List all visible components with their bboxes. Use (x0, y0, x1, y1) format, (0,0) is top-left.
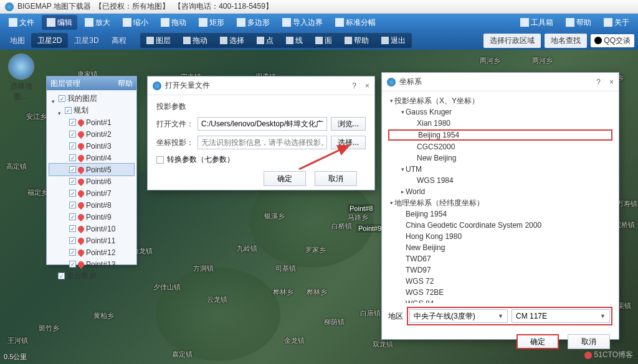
toolbar-帮助[interactable]: 帮助 (561, 15, 596, 30)
close-icon[interactable]: × (609, 78, 614, 86)
maptype-tab-2[interactable]: 卫星3D (68, 33, 105, 48)
coord-node[interactable]: CGCS2000 (388, 141, 612, 152)
map-point-label[interactable]: Point#8 (348, 204, 374, 213)
coord-node[interactable]: New Beijing (388, 152, 612, 164)
tool-icon (199, 18, 207, 27)
auth-text: 【已授权：所有地图】 (95, 1, 169, 12)
layer-panel-header[interactable]: 图层管理 帮助 (47, 77, 136, 90)
toolbar-文件[interactable]: 文件 (4, 15, 39, 30)
coord-node[interactable]: China Geodetic Coordinate System 2000 (388, 220, 612, 231)
coord-node[interactable]: ▾ Gauss Kruger (388, 106, 612, 118)
layer-point[interactable]: Point#10 (49, 223, 134, 235)
coord-node[interactable]: ▾ 投影坐标系（X、Y坐标） (388, 95, 612, 106)
help-icon[interactable]: ? (352, 82, 356, 90)
maptype-tab-3[interactable]: 高程 (105, 33, 133, 48)
dialog-icon (153, 82, 161, 90)
projection-label: 坐标投影： (156, 138, 194, 148)
open-cancel-button[interactable]: 取消 (315, 171, 357, 186)
tool-icon (282, 18, 291, 27)
coord-node[interactable]: WGS 72BE (388, 287, 612, 298)
toolbar-编辑[interactable]: 编辑 (42, 15, 77, 30)
open-ok-button[interactable]: 确定 (264, 171, 306, 186)
layer-root[interactable]: 我的图层 (49, 93, 134, 105)
meridian-select[interactable]: 中央子午线(3度带)▼ (409, 309, 508, 323)
pin-icon (77, 165, 85, 174)
browse-button[interactable]: 浏览... (331, 117, 366, 131)
layer-point[interactable]: Point#4 (49, 152, 134, 164)
coord-node[interactable]: TWD97 (388, 264, 612, 276)
coord-node[interactable]: WGS 1984 (388, 175, 612, 186)
coord-node[interactable]: TWD67 (388, 253, 612, 264)
open-dialog-titlebar[interactable]: 打开矢量文件 ?× (148, 77, 374, 95)
layer-plan[interactable]: 规划 (49, 105, 134, 116)
coord-cancel-button[interactable]: 取消 (568, 334, 610, 349)
coord-node[interactable]: Hong Kong 1980 (388, 231, 612, 242)
toolbar-关于[interactable]: 关于 (599, 15, 634, 30)
select-projection-button[interactable]: 选择... (331, 136, 366, 149)
select-region-button[interactable]: 选择行政区域 (483, 34, 541, 48)
layer-point[interactable]: Point#8 (49, 199, 134, 211)
maptype-tab-1[interactable]: 卫星2D (31, 33, 68, 48)
file-path-input[interactable] (198, 117, 327, 131)
chevron-down-icon: ▼ (600, 313, 606, 319)
coord-node[interactable]: ▾ 地理坐标系（经纬度坐标） (388, 197, 612, 208)
layer-point[interactable]: Point#7 (49, 187, 134, 199)
map-place-label: 白庙镇 (360, 309, 381, 318)
layer-point[interactable]: Point#9 (49, 211, 134, 223)
layer-point[interactable]: Point#1 (49, 116, 134, 128)
coord-node[interactable]: WGS 72 (388, 276, 612, 287)
layer-point[interactable]: Point#12 (49, 246, 134, 258)
tool-线[interactable]: 线 (280, 33, 309, 48)
layer-point[interactable]: Point#13 (49, 258, 134, 270)
coord-node[interactable]: WGS 84 (388, 298, 612, 303)
map-place-label: 黄柏乡 (93, 311, 114, 320)
cm-select[interactable]: CM 117E▼ (512, 309, 610, 323)
tool-图层[interactable]: 图层 (140, 33, 177, 48)
tool-面[interactable]: 面 (309, 33, 338, 48)
qq-chat-button[interactable]: QQ交谈 (591, 34, 634, 47)
toolbar-矩形[interactable]: 矩形 (194, 15, 229, 30)
seven-param-checkbox[interactable]: 转换参数（七参数） (156, 154, 366, 165)
maptype-tab-0[interactable]: 地图 (4, 33, 31, 48)
tool-拖动[interactable]: 拖动 (177, 33, 214, 48)
layer-point[interactable]: Point#6 (49, 175, 134, 187)
layer-point[interactable]: Point#5 (49, 164, 134, 175)
coord-node[interactable]: Beijing 1954 (388, 208, 612, 220)
tool-点[interactable]: 点 (250, 33, 280, 48)
toolbar-工具箱[interactable]: 工具箱 (515, 15, 558, 30)
toolbar-拖动[interactable]: 拖动 (156, 15, 191, 30)
tool-退出[interactable]: 退出 (375, 33, 412, 48)
tool-选择[interactable]: 选择 (214, 33, 250, 48)
toolbar-导入边界[interactable]: 导入边界 (277, 15, 328, 30)
tool-帮助[interactable]: 帮助 (338, 33, 375, 48)
map-selector[interactable]: 选择地图… (5, 54, 37, 102)
coord-node[interactable]: Beijing 1954 (388, 129, 612, 141)
pin-icon (77, 200, 85, 209)
layer-point[interactable]: Point#2 (49, 128, 134, 140)
toolbar-多边形[interactable]: 多边形 (232, 15, 275, 30)
pin-icon (77, 236, 85, 245)
projection-input[interactable] (198, 136, 327, 149)
close-icon[interactable]: × (365, 82, 369, 90)
search-place-button[interactable]: 地名查找 (545, 34, 587, 48)
coord-node[interactable]: ▸ World (388, 186, 612, 197)
map-place-label: 两河乡 (480, 56, 500, 65)
coord-node[interactable]: ▾ UTM (388, 164, 612, 175)
map-place-label: 夕佳山镇 (153, 282, 181, 292)
layer-point[interactable]: Point#3 (49, 140, 134, 152)
layer-overlay[interactable]: 套合数据 (49, 270, 134, 282)
coord-node[interactable]: Xian 1980 (388, 118, 612, 129)
coord-node[interactable]: New Beijing (388, 242, 612, 253)
map-place-label: 桦林乡 (307, 287, 327, 297)
layer-panel-help[interactable]: 帮助 (118, 78, 133, 89)
toolbar-缩小[interactable]: 缩小 (118, 15, 153, 30)
coord-ok-button[interactable]: 确定 (517, 334, 559, 349)
qq-icon (594, 37, 602, 44)
help-icon[interactable]: ? (596, 78, 601, 86)
layer-point[interactable]: Point#11 (49, 235, 134, 246)
checkbox-icon (156, 156, 164, 164)
toolbar-标准分幅[interactable]: 标准分幅 (330, 15, 381, 30)
coord-dialog-titlebar[interactable]: 坐标系 ?× (382, 73, 619, 91)
map-point-label[interactable]: Point#9 (356, 224, 383, 233)
toolbar-放大[interactable]: 放大 (80, 15, 115, 30)
